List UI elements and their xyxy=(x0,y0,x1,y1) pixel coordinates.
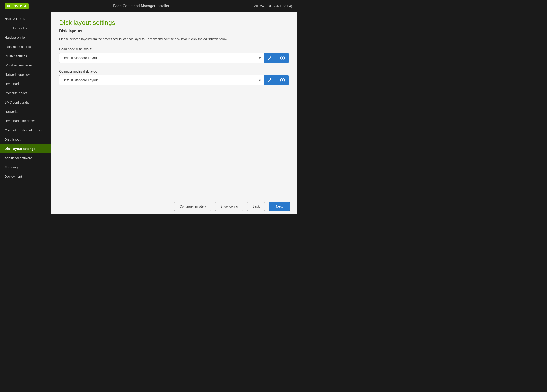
show-config-button[interactable]: Show config xyxy=(215,202,243,211)
add-icon xyxy=(280,56,285,60)
head-node-select-wrapper: Default Standard Layout ▾ xyxy=(59,53,264,63)
logo: NVIDIA xyxy=(5,3,28,9)
sidebar-item-cluster-settings[interactable]: Cluster settings xyxy=(0,51,51,61)
compute-nodes-edit-button[interactable] xyxy=(264,75,276,85)
description: Please select a layout from the predefin… xyxy=(59,37,268,42)
content-inner: Disk layout settings Disk layouts Please… xyxy=(51,12,297,199)
sidebar-item-nvidia-eula[interactable]: NVIDIA EULA xyxy=(0,14,51,24)
head-node-add-button[interactable] xyxy=(276,53,289,63)
nvidia-badge: NVIDIA xyxy=(5,3,28,9)
content-area: Disk layout settings Disk layouts Please… xyxy=(51,12,297,214)
footer: Continue remotely Show config Back Next xyxy=(51,199,297,214)
compute-nodes-disk-layout-label: Compute nodes disk layout: xyxy=(59,69,289,73)
sidebar-item-network-topology[interactable]: Network topology xyxy=(0,70,51,79)
sidebar-item-hardware-info[interactable]: Hardware info xyxy=(0,33,51,42)
main-layout: NVIDIA EULA Kernel modules Hardware info… xyxy=(0,12,297,214)
header-version: v10.24.05 (UBUNTU2204) xyxy=(254,4,292,8)
header-title: Base Command Manager installer xyxy=(113,4,169,8)
continue-remotely-button[interactable]: Continue remotely xyxy=(174,202,211,211)
sidebar-item-installation-source[interactable]: Installation source xyxy=(0,42,51,51)
sidebar-item-compute-nodes[interactable]: Compute nodes xyxy=(0,88,51,98)
sidebar-item-networks[interactable]: Networks xyxy=(0,107,51,116)
sidebar-item-kernel-modules[interactable]: Kernel modules xyxy=(0,24,51,33)
sidebar-item-head-node-interfaces[interactable]: Head node interfaces xyxy=(0,116,51,126)
head-node-disk-layout-label: Head node disk layout: xyxy=(59,47,289,51)
sidebar-item-disk-layout[interactable]: Disk layout xyxy=(0,135,51,144)
section-title: Disk layouts xyxy=(59,29,289,33)
svg-point-1 xyxy=(8,6,9,6)
next-button[interactable]: Next xyxy=(269,202,290,211)
sidebar: NVIDIA EULA Kernel modules Hardware info… xyxy=(0,12,51,214)
head-node-disk-layout-select[interactable]: Default Standard Layout xyxy=(59,53,264,63)
nvidia-text: NVIDIA xyxy=(14,4,27,8)
sidebar-item-head-node[interactable]: Head node xyxy=(0,79,51,88)
compute-nodes-select-wrapper: Default Standard Layout ▾ xyxy=(59,75,264,85)
sidebar-item-summary[interactable]: Summary xyxy=(0,163,51,172)
head-node-disk-layout-group: Head node disk layout: Default Standard … xyxy=(59,47,289,63)
edit-icon-2 xyxy=(268,78,272,82)
sidebar-item-bmc-configuration[interactable]: BMC configuration xyxy=(0,98,51,107)
compute-nodes-disk-layout-group: Compute nodes disk layout: Default Stand… xyxy=(59,69,289,85)
head-node-edit-button[interactable] xyxy=(264,53,276,63)
compute-nodes-disk-layout-select[interactable]: Default Standard Layout xyxy=(59,75,264,85)
sidebar-item-compute-nodes-interfaces[interactable]: Compute nodes interfaces xyxy=(0,126,51,135)
sidebar-item-additional-software[interactable]: Additional software xyxy=(0,153,51,163)
nvidia-logo-icon xyxy=(7,4,12,8)
sidebar-item-deployment[interactable]: Deployment xyxy=(0,172,51,181)
sidebar-item-disk-layout-settings[interactable]: Disk layout settings xyxy=(0,144,51,153)
back-button[interactable]: Back xyxy=(247,202,265,211)
header: NVIDIA Base Command Manager installer v1… xyxy=(0,0,297,12)
sidebar-item-workload-manager[interactable]: Workload manager xyxy=(0,61,51,70)
add-icon-2 xyxy=(280,78,285,82)
page-title: Disk layout settings xyxy=(59,19,289,27)
compute-nodes-add-button[interactable] xyxy=(276,75,289,85)
edit-icon xyxy=(268,56,272,60)
head-node-field-row: Default Standard Layout ▾ xyxy=(59,53,289,63)
compute-nodes-field-row: Default Standard Layout ▾ xyxy=(59,75,289,85)
